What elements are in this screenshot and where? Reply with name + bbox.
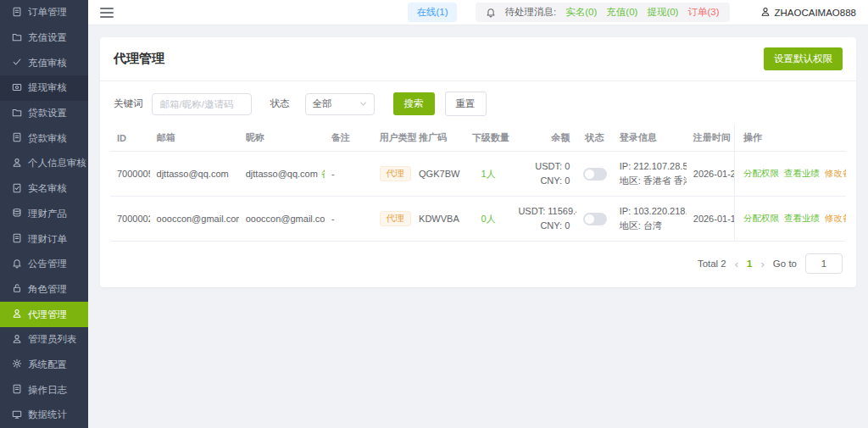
document-icon (12, 233, 22, 245)
sidebar-item-realname-review[interactable]: 实名审核 (0, 176, 88, 202)
search-button[interactable]: 搜索 (393, 92, 435, 115)
next-page-icon[interactable]: › (761, 258, 765, 270)
online-badge[interactable]: 在线(1) (408, 3, 456, 22)
sidebar-item-label: 个人信息审核 (28, 157, 86, 170)
person-icon (12, 308, 22, 320)
goto-page-input[interactable] (805, 253, 843, 274)
sidebar-item-data-stats[interactable]: 数据统计 (0, 403, 88, 428)
cell-remark: - (325, 197, 373, 242)
col-header-actions: 操作 (734, 125, 846, 152)
cell-subordinates[interactable]: 0人 (465, 197, 512, 242)
login-ip: IP: 103.220.218.7 (620, 204, 680, 219)
assign-permission-link[interactable]: 分配权限 (743, 213, 779, 225)
col-header-usertype: 用户类型 (373, 125, 413, 152)
assign-permission-link[interactable]: 分配权限 (743, 168, 779, 180)
pending-messages: 待处理消息: 实名(0) 充值(0) 提现(0) 订单(3) (476, 3, 730, 22)
sidebar-item-recharge-review[interactable]: 充值审核 (0, 50, 88, 75)
person-icon (12, 158, 22, 170)
topbar: 在线(1) 待处理消息: 实名(0) 充值(0) 提现(0) 订单(3) ZHA… (88, 0, 868, 25)
sidebar-item-label: 公告管理 (28, 258, 67, 270)
sidebar-item-withdraw-review[interactable]: 提现审核 (0, 75, 88, 101)
login-region: 地区: 香港省 香港市 (620, 174, 680, 188)
folder-icon (12, 108, 22, 120)
status-toggle[interactable] (583, 213, 607, 225)
chevron-down-icon (359, 99, 367, 109)
pending-messages-label: 待处理消息: (505, 6, 557, 19)
set-default-permission-button[interactable]: 设置默认权限 (764, 47, 843, 70)
msg-realname[interactable]: 实名(0) (565, 6, 597, 19)
sidebar-item-agents[interactable]: 代理管理 (0, 302, 88, 327)
cell-balance: USDT: 0CNY: 0 (511, 152, 576, 197)
prev-page-icon[interactable]: ‹ (735, 258, 738, 270)
balance-usdt: USDT: 0 (518, 159, 570, 174)
sidebar-item-loan-review[interactable]: 贷款审核 (0, 125, 88, 151)
table-row: 7000002 oooccon@gmail.com oooccon@gmail.… (110, 197, 846, 242)
msg-order[interactable]: 订单(3) (687, 6, 719, 19)
sidebar-item-label: 角色管理 (28, 283, 67, 296)
col-header-balance: 余额 (511, 125, 576, 152)
cell-promocode: QGK7BW (412, 152, 465, 197)
username: ZHAOCAIMAO888 (775, 8, 857, 18)
balance-cny: CNY: 0 (518, 219, 570, 233)
gear-icon (12, 359, 22, 370)
view-performance-link[interactable]: 查看业绩 (784, 168, 820, 180)
cell-promocode: KDWVBA (412, 197, 465, 242)
sidebar-item-label: 操作日志 (28, 384, 67, 397)
sidebar-item-roles[interactable]: 角色管理 (0, 277, 88, 303)
user-menu[interactable]: ZHAOCAIMAO888 (760, 7, 857, 19)
sidebar-item-label: 管理员列表 (28, 333, 77, 346)
cell-status (576, 197, 612, 242)
col-header-id: ID (110, 125, 150, 152)
sidebar-item-loan-settings[interactable]: 贷款设置 (0, 101, 88, 126)
col-header-status: 状态 (576, 125, 612, 152)
sidebar-item-wealth-products[interactable]: 理财产品 (0, 202, 88, 227)
status-select[interactable]: 全部 (305, 93, 375, 115)
sidebar-item-label: 理财订单 (28, 233, 67, 246)
status-toggle[interactable] (583, 168, 607, 181)
person-icon (12, 334, 22, 346)
sidebar-item-recharge-settings[interactable]: 充值设置 (0, 25, 88, 51)
msg-recharge[interactable]: 充值(0) (606, 6, 637, 19)
col-header-promocode: 推广码 (412, 125, 465, 152)
cell-id: 7000005 (110, 152, 150, 197)
keyword-input[interactable] (152, 93, 252, 115)
sidebar-item-label: 贷款审核 (28, 132, 67, 145)
nickname-text: djttasso@qq.com (246, 169, 318, 179)
sidebar-item-label: 贷款设置 (28, 107, 67, 120)
monitor-icon (12, 409, 22, 421)
sidebar-item-label: 实名审核 (28, 182, 67, 195)
sidebar-item-operation-log[interactable]: 操作日志 (0, 377, 88, 403)
sidebar-item-announcements[interactable]: 公告管理 (0, 252, 88, 277)
msg-withdraw[interactable]: 提现(0) (647, 6, 678, 19)
document-icon (12, 132, 22, 144)
hamburger-menu-icon[interactable] (100, 8, 114, 18)
sidebar: 订单管理 充值设置 充值审核 提现审核 贷款设置 贷款审核 个人信息审核 实名审… (0, 0, 88, 428)
table-header-row: ID 邮箱 昵称 备注 用户类型 推广码 下级数量 余额 状态 登录信息 注册时… (110, 125, 846, 152)
edit-remark-link[interactable]: 修改备注 (825, 168, 846, 180)
reset-button[interactable]: 重置 (445, 92, 487, 116)
edit-remark-link[interactable]: 修改备注 (825, 213, 846, 225)
sidebar-item-personal-info-review[interactable]: 个人信息审核 (0, 151, 88, 176)
sidebar-item-admin-list[interactable]: 管理员列表 (0, 327, 88, 353)
table-row: 7000005 djttasso@qq.com djttasso@qq.com备… (110, 152, 846, 197)
sidebar-item-system-config[interactable]: 系统配置 (0, 353, 88, 378)
sidebar-item-wealth-orders[interactable]: 理财订单 (0, 226, 88, 252)
sidebar-item-orders[interactable]: 订单管理 (0, 0, 88, 25)
sidebar-item-label: 订单管理 (28, 6, 67, 19)
sidebar-item-label: 充值设置 (28, 31, 67, 44)
agents-table: ID 邮箱 昵称 备注 用户类型 推广码 下级数量 余额 状态 登录信息 注册时… (100, 125, 856, 242)
view-performance-link[interactable]: 查看业绩 (784, 213, 820, 225)
login-region: 地区: 台湾 (620, 219, 680, 233)
pagination-total: Total 2 (698, 258, 726, 269)
col-header-registertime: 注册时间 (687, 125, 735, 152)
agent-tag: 代理 (380, 166, 411, 181)
check-icon (12, 57, 22, 69)
cell-subordinates[interactable]: 1人 (465, 152, 512, 197)
nickname-text: oooccon@gmail.com (246, 214, 325, 224)
coins-icon (12, 208, 22, 220)
cell-status (576, 152, 612, 197)
status-select-value: 全部 (313, 97, 332, 110)
col-header-logininfo: 登录信息 (613, 125, 687, 152)
page-number[interactable]: 1 (747, 258, 752, 269)
col-header-subordinates: 下级数量 (465, 125, 512, 152)
